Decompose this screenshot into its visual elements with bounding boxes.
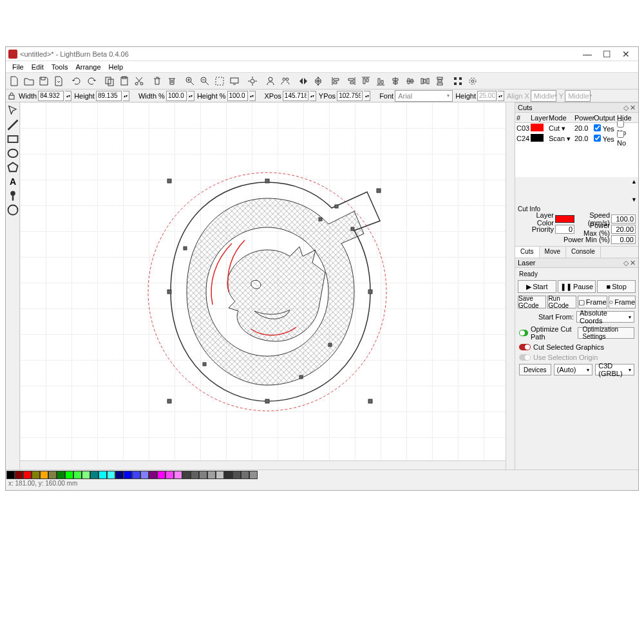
palette-color[interactable] [191,471,199,479]
menu-arrange[interactable]: Arrange [71,63,104,71]
new-file-icon[interactable] [7,74,21,88]
run-gcode-button[interactable]: Run GCode [547,296,576,308]
palette-color[interactable] [174,471,182,479]
offset-tool-icon[interactable] [6,204,19,216]
height-pct-spinner[interactable]: ▴▾ [249,91,256,101]
close-panel-icon[interactable]: ✕ [630,259,636,267]
hide-checkbox[interactable] [617,131,624,138]
palette-color[interactable] [40,471,48,479]
canvas-scrollbar-v[interactable] [506,102,515,469]
menu-tools[interactable]: Tools [48,63,72,71]
power-min-input[interactable] [611,235,636,244]
zoom-in-icon[interactable] [183,74,197,88]
align-top-icon[interactable] [359,74,373,88]
width-spinner[interactable]: ▴▾ [65,91,71,101]
pause-button[interactable]: ❚❚Pause [558,280,596,293]
hide-checkbox[interactable] [617,120,624,128]
palette-color[interactable] [73,471,82,479]
settings-icon[interactable] [245,74,260,88]
delete2-icon[interactable] [165,74,179,88]
priority-input[interactable] [555,225,574,234]
polygon-tool-icon[interactable] [6,161,19,174]
mirror-v-icon[interactable] [311,74,325,88]
zoom-fit-icon[interactable] [213,74,227,88]
palette-color[interactable] [99,471,107,479]
menu-file[interactable]: File [8,63,28,71]
xpos-input[interactable] [283,91,308,101]
delete-icon[interactable] [150,74,164,88]
controller-select[interactable]: C3D (GRBL) [595,364,634,375]
layer-color-value[interactable] [555,215,574,223]
paste-icon[interactable] [117,74,131,88]
palette-color[interactable] [149,471,157,479]
align-center-h-icon[interactable] [388,74,402,88]
palette-color[interactable] [216,471,224,479]
font-height-spinner[interactable]: ▴▾ [498,91,504,101]
cut-selected-toggle[interactable] [519,344,531,350]
user-icon[interactable] [263,74,278,88]
select-tool-icon[interactable] [6,104,19,117]
gear-icon[interactable] [466,74,480,88]
minimize-button[interactable]: — [578,48,597,61]
layer-color-swatch[interactable] [531,134,544,142]
device-select[interactable]: (Auto) [554,364,593,375]
palette-color[interactable] [232,471,241,479]
height-input[interactable] [96,91,122,101]
output-checkbox[interactable] [594,124,601,131]
cuts-row[interactable]: C24 Scan ▾ 20.0 Yes No [515,133,638,144]
cut-icon[interactable] [132,74,146,88]
palette-color[interactable] [57,471,65,479]
mirror-h-icon[interactable] [296,74,310,88]
lock-icon[interactable] [7,91,16,100]
palette-color[interactable] [48,471,57,479]
tab-move[interactable]: Move [540,247,566,258]
palette-color[interactable] [166,471,174,479]
palette-color[interactable] [115,471,124,479]
palette-color[interactable] [224,471,232,479]
zoom-out-icon[interactable] [198,74,212,88]
node-tool-icon[interactable] [6,189,19,202]
palette-color[interactable] [132,471,140,479]
redo-icon[interactable] [84,74,99,88]
optimize-toggle[interactable] [519,330,528,336]
distribute-h-icon[interactable] [418,74,432,88]
start-button[interactable]: ▶Start [518,280,556,293]
font-height-input[interactable] [477,91,497,101]
palette-color[interactable] [6,471,15,479]
menu-edit[interactable]: Edit [28,63,48,71]
palette-color[interactable] [107,471,115,479]
xpos-spinner[interactable]: ▴▾ [310,91,316,101]
maximize-button[interactable]: ☐ [597,48,616,61]
start-from-select[interactable]: Absolute Coords [576,311,634,323]
panel-up-icon[interactable]: ▲ [631,178,637,185]
palette-color[interactable] [65,471,73,479]
output-checkbox[interactable] [594,135,601,142]
palette-color[interactable] [140,471,149,479]
grid-icon[interactable] [451,74,465,88]
speed-input[interactable] [611,214,636,223]
close-button[interactable]: ✕ [616,48,636,61]
palette-color[interactable] [241,471,249,479]
menu-help[interactable]: Help [105,63,128,71]
align-right-icon[interactable] [344,74,358,88]
frame-rect-button[interactable]: ▢Frame [578,296,607,308]
preview-icon[interactable] [227,74,242,88]
tab-cuts[interactable]: Cuts [515,247,540,258]
open-file-icon[interactable] [22,74,36,88]
import-icon[interactable] [52,74,66,88]
line-tool-icon[interactable] [6,118,19,131]
rect-tool-icon[interactable] [6,133,19,146]
width-pct-input[interactable] [166,91,187,101]
palette-color[interactable] [15,471,23,479]
undo-icon[interactable] [70,74,84,88]
undock-icon[interactable]: ◇ [623,104,629,112]
palette-color[interactable] [157,471,166,479]
tab-console[interactable]: Console [566,247,601,258]
width-pct-spinner[interactable]: ▴▾ [188,91,194,101]
palette-color[interactable] [90,471,99,479]
height-pct-input[interactable] [227,91,248,101]
close-panel-icon[interactable]: ✕ [630,104,636,112]
ellipse-tool-icon[interactable] [6,147,19,160]
palette-color[interactable] [199,471,207,479]
frame-circle-button[interactable]: ○Frame [609,296,636,308]
